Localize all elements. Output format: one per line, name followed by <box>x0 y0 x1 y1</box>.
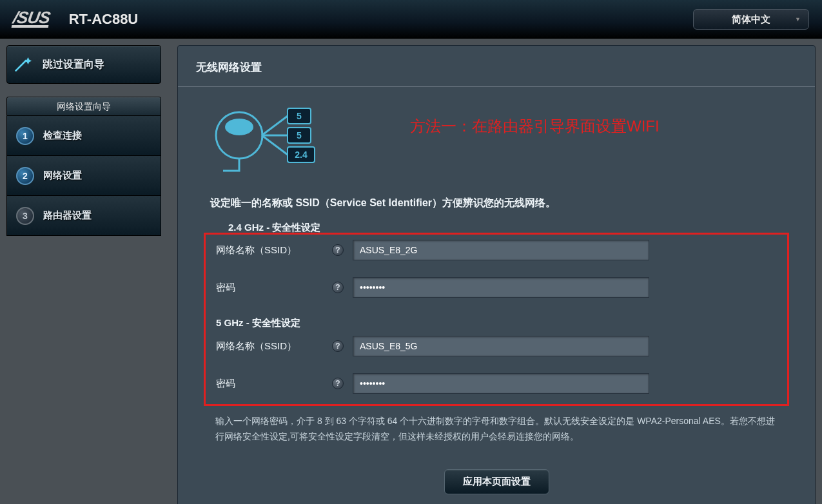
pwd-5-input[interactable] <box>353 373 649 394</box>
field-row-ssid-5: 网络名称（SSID） ? <box>216 336 777 356</box>
sidebar: 跳过设置向导 网络设置向导 1 检查连接 2 网络设置 3 路由器设置 <box>6 45 161 504</box>
main-panel: 无线网络设置 5 5 2.4 <box>177 45 816 504</box>
wizard-step-label: 检查连接 <box>43 130 82 142</box>
apply-button[interactable]: 应用本页面设置 <box>444 469 549 494</box>
instruction-text: 设定唯一的名称或 SSID（Service Set Identifier）方便辨… <box>210 197 783 210</box>
pwd-24-input[interactable] <box>353 277 649 298</box>
settings-highlight-box: 网络名称（SSID） ? 密码 ? 5 GHz - 安全性设定 网络名称（SSI… <box>204 233 789 406</box>
svg-line-4 <box>262 135 288 155</box>
field-row-ssid-24: 网络名称（SSID） ? <box>216 240 777 260</box>
section-5ghz-label: 5 GHz - 安全性设定 <box>216 317 777 329</box>
ssid-5-input[interactable] <box>353 336 649 356</box>
language-select[interactable]: 简体中文 <box>693 9 809 30</box>
help-icon[interactable]: ? <box>332 340 344 352</box>
pwd-5-label: 密码 <box>216 378 332 390</box>
ssid-5-label: 网络名称（SSID） <box>216 340 332 353</box>
svg-point-1 <box>225 119 253 135</box>
wireless-bands-graphic: 5 5 2.4 <box>210 100 339 177</box>
wizard-header: 网络设置向导 <box>6 97 161 116</box>
skip-wizard-label: 跳过设置向导 <box>43 58 104 72</box>
language-label: 简体中文 <box>732 14 770 24</box>
model-name: RT-AC88U <box>69 11 139 28</box>
wizard-step-network[interactable]: 2 网络设置 <box>6 156 161 196</box>
wand-icon <box>14 55 33 74</box>
help-icon[interactable]: ? <box>332 282 344 293</box>
wizard-step-label: 网络设置 <box>43 170 82 182</box>
header-bar: /SUS RT-AC88U 简体中文 <box>0 0 822 39</box>
ssid-24-label: 网络名称（SSID） <box>216 244 332 257</box>
step-number-icon: 3 <box>16 207 34 225</box>
help-icon[interactable]: ? <box>332 378 344 389</box>
page-title: 无线网络设置 <box>178 46 815 87</box>
field-row-pwd-5: 密码 ? <box>216 373 777 394</box>
svg-text:2.4: 2.4 <box>295 150 308 160</box>
annotation-text: 方法一：在路由器引导界面设置WIFI <box>410 116 660 137</box>
skip-wizard-button[interactable]: 跳过设置向导 <box>6 45 161 84</box>
wizard-step-check[interactable]: 1 检查连接 <box>6 116 161 156</box>
svg-line-2 <box>262 116 288 135</box>
brand-logo: /SUS <box>12 10 52 28</box>
wizard-step-label: 路由器设置 <box>43 209 92 222</box>
note-text: 输入一个网络密码，介于 8 到 63 个字符或 64 个十六进制数字的字母和数字… <box>210 414 783 445</box>
svg-text:5: 5 <box>297 111 302 121</box>
step-number-icon: 2 <box>16 167 34 185</box>
wizard-step-router[interactable]: 3 路由器设置 <box>6 196 161 236</box>
pwd-24-label: 密码 <box>216 282 332 294</box>
ssid-24-input[interactable] <box>353 240 649 260</box>
help-icon[interactable]: ? <box>332 244 344 256</box>
svg-text:5: 5 <box>297 130 302 141</box>
step-number-icon: 1 <box>16 127 34 145</box>
field-row-pwd-24: 密码 ? <box>216 277 777 298</box>
